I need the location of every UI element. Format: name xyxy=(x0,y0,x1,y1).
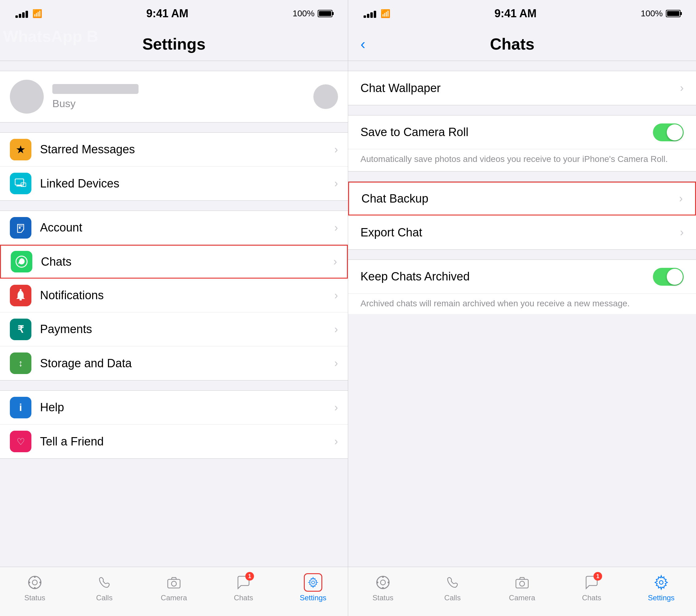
tab-camera-label-left: Camera xyxy=(161,594,187,602)
export-label: Export Chat xyxy=(361,226,680,239)
camera-roll-toggle-knob xyxy=(667,124,683,140)
right-item-keep-archived[interactable]: Keep Chats Archived xyxy=(348,260,696,294)
right-status-bar: 📶 9:41 AM 100% xyxy=(348,0,696,27)
chats-label: Chats xyxy=(41,255,330,268)
settings-item-linked[interactable]: Linked Devices › xyxy=(0,167,348,201)
payments-chevron-icon: › xyxy=(334,323,338,336)
keep-archived-label: Keep Chats Archived xyxy=(361,270,653,283)
left-battery-area: 100% xyxy=(292,9,332,18)
wallpaper-chevron-icon: › xyxy=(680,82,684,95)
account-label: Account xyxy=(40,221,331,234)
rchats-badge: 1 xyxy=(594,572,602,581)
back-button[interactable]: ‹ xyxy=(361,35,365,52)
battery-fill xyxy=(319,11,331,16)
settings-item-starred[interactable]: ★ Starred Messages › xyxy=(0,133,348,167)
rtab-chats-label: Chats xyxy=(582,594,601,602)
right-item-backup[interactable]: Chat Backup › xyxy=(348,181,696,216)
storage-icon: ↕ xyxy=(10,352,31,374)
svg-point-17 xyxy=(172,581,176,586)
right-item-wallpaper[interactable]: Chat Wallpaper › xyxy=(348,71,696,105)
chats-icon xyxy=(11,251,32,272)
keep-archived-description: Archived chats will remain archived when… xyxy=(348,294,696,314)
wallpaper-label: Chat Wallpaper xyxy=(361,82,680,95)
profile-section[interactable]: Busy xyxy=(0,71,348,123)
battery-icon xyxy=(318,10,332,17)
right-group-camera: Save to Camera Roll Automatically save p… xyxy=(348,115,696,172)
camera-tab-icon xyxy=(165,573,183,592)
status-tab-icon xyxy=(26,573,44,592)
settings-item-tell[interactable]: ♡ Tell a Friend › xyxy=(0,425,348,458)
svg-point-9 xyxy=(20,289,21,291)
settings-group-3: i Help › ♡ Tell a Friend › xyxy=(0,390,348,459)
right-item-camera-roll[interactable]: Save to Camera Roll xyxy=(348,115,696,149)
tab-calls-right[interactable]: Calls xyxy=(418,573,487,602)
tab-calls-left[interactable]: Calls xyxy=(69,573,139,602)
tab-camera-left[interactable]: Camera xyxy=(139,573,209,602)
svg-rect-0 xyxy=(15,179,24,185)
svg-rect-24 xyxy=(516,579,528,588)
notifications-label: Notifications xyxy=(40,289,331,302)
chats-badge-left: 1 xyxy=(246,572,254,581)
help-icon: i xyxy=(10,397,31,418)
svg-point-18 xyxy=(377,576,389,589)
tab-chats-right[interactable]: 1 Chats xyxy=(557,573,627,602)
backup-chevron-icon: › xyxy=(679,192,683,205)
chats-chevron-icon: › xyxy=(333,255,337,268)
settings-item-chats[interactable]: Chats › xyxy=(0,245,348,279)
svg-point-12 xyxy=(34,576,36,578)
signal-bar-4 xyxy=(26,11,28,18)
right-content: Chat Wallpaper › Save to Camera Roll Aut… xyxy=(348,61,696,314)
svg-rect-6 xyxy=(18,226,23,226)
right-spacer xyxy=(348,314,696,567)
tab-status-left[interactable]: Status xyxy=(0,573,69,602)
settings-item-payments[interactable]: ₹ Payments › xyxy=(0,313,348,346)
svg-point-25 xyxy=(520,581,524,586)
export-chevron-icon: › xyxy=(680,226,684,239)
camera-roll-label: Save to Camera Roll xyxy=(361,126,653,139)
keep-archived-toggle[interactable] xyxy=(653,268,684,286)
tab-status-right[interactable]: Status xyxy=(348,573,418,602)
settings-item-storage[interactable]: ↕ Storage and Data › xyxy=(0,346,348,380)
svg-point-21 xyxy=(382,587,384,589)
profile-status: Busy xyxy=(52,98,305,110)
tab-settings-left[interactable]: Settings xyxy=(278,573,348,602)
tab-settings-right[interactable]: Settings xyxy=(627,573,696,602)
help-label: Help xyxy=(40,401,331,414)
tell-friend-icon: ♡ xyxy=(10,431,31,452)
payments-label: Payments xyxy=(40,322,331,336)
rsignal-bar-2 xyxy=(367,14,369,18)
right-battery-fill xyxy=(667,11,679,16)
battery-body xyxy=(318,10,332,17)
svg-point-19 xyxy=(380,580,385,585)
starred-messages-icon: ★ xyxy=(10,139,31,160)
signal-bar-3 xyxy=(22,12,25,18)
right-item-export[interactable]: Export Chat › xyxy=(348,216,696,249)
left-spacer xyxy=(0,459,348,567)
keep-archived-toggle-knob xyxy=(667,269,683,285)
tab-camera-right[interactable]: Camera xyxy=(487,573,557,602)
right-wifi-icon: 📶 xyxy=(380,9,390,18)
account-icon xyxy=(10,217,31,239)
tab-status-label-left: Status xyxy=(24,594,45,602)
left-panel: 📶 9:41 AM 100% WhatsApp B Settings Busy … xyxy=(0,0,348,616)
svg-point-22 xyxy=(377,582,378,583)
backup-label: Chat Backup xyxy=(361,192,679,205)
svg-point-5 xyxy=(19,227,21,229)
svg-point-20 xyxy=(382,576,384,578)
settings-item-help[interactable]: i Help › xyxy=(0,391,348,425)
settings-item-notifications[interactable]: Notifications › xyxy=(0,279,348,313)
wifi-icon: 📶 xyxy=(32,9,42,18)
settings-item-account[interactable]: Account › xyxy=(0,211,348,245)
rcalls-tab-icon xyxy=(443,573,462,592)
whatsapp-bg-text: WhatsApp B xyxy=(3,27,98,46)
left-status-bar: 📶 9:41 AM 100% xyxy=(0,0,348,27)
camera-roll-toggle[interactable] xyxy=(653,124,684,141)
rcamera-tab-icon xyxy=(513,573,531,592)
tab-chats-left[interactable]: 1 Chats xyxy=(209,573,278,602)
tab-settings-label-left: Settings xyxy=(300,594,327,602)
notifications-icon xyxy=(10,285,31,306)
left-time: 9:41 AM xyxy=(146,7,188,20)
tab-calls-label-left: Calls xyxy=(96,594,112,602)
calls-tab-icon xyxy=(95,573,114,592)
right-time: 9:41 AM xyxy=(494,7,537,20)
